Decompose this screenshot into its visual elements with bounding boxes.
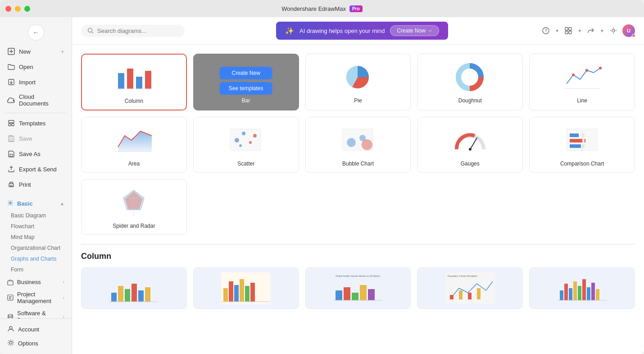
nav-item-business[interactable]: Business › — [4, 276, 68, 288]
notification-badge — [632, 34, 635, 37]
sidebar-bottom: Account Options — [0, 318, 72, 354]
svg-rect-112 — [368, 289, 375, 300]
svg-point-36 — [88, 28, 92, 32]
nav-item-software-db[interactable]: Software & Database › — [4, 307, 68, 318]
sidebar-item-label-export: Export & Send — [19, 166, 57, 173]
see-templates-button[interactable]: See templates — [220, 82, 272, 95]
settings-button[interactable] — [607, 24, 620, 37]
svg-rect-46 — [127, 69, 133, 89]
share-button[interactable] — [585, 24, 597, 37]
chart-label-spider: Spider and Radar — [113, 223, 155, 229]
svg-rect-5 — [9, 120, 14, 123]
nav-group-basic-label: Basic — [17, 200, 33, 207]
sidebar-top: ← New + Open — [0, 17, 72, 195]
ai-banner-text: AI drawing helps open your mind — [299, 28, 385, 34]
chevron-up-icon: ▲ — [60, 201, 64, 206]
svg-rect-42 — [565, 31, 568, 34]
minimize-button[interactable] — [15, 6, 21, 12]
gauges-thumb — [450, 124, 490, 156]
doughnut-thumb — [450, 61, 490, 93]
sidebar-item-save[interactable]: Save — [4, 131, 68, 146]
chart-card-bubble[interactable]: Bubble Chart — [305, 117, 411, 173]
sidebar-item-print[interactable]: Print — [4, 177, 68, 192]
sidebar-item-export[interactable]: Export & Send — [4, 162, 68, 176]
maximize-button[interactable] — [24, 6, 30, 12]
sidebar-item-open[interactable]: Open — [4, 60, 68, 74]
template-card-4[interactable]: Population Cluster Simulation — [417, 267, 523, 309]
nav-child-form[interactable]: Form — [7, 264, 68, 275]
svg-rect-45 — [118, 73, 124, 89]
sidebar-item-save-as[interactable]: Save As — [4, 147, 68, 161]
pie-thumb — [338, 61, 378, 93]
template-card-1[interactable] — [81, 267, 187, 309]
sidebar-item-options[interactable]: Options — [4, 336, 68, 350]
search-icon — [87, 28, 94, 34]
back-button[interactable]: ← — [28, 24, 44, 41]
chart-card-area[interactable]: Area — [81, 117, 187, 173]
template-thumb-1 — [82, 268, 186, 308]
template-card-3[interactable]: Global Healthy Snacks Market on Q3 Marke… — [305, 267, 411, 309]
layout-button[interactable] — [562, 24, 575, 37]
svg-point-57 — [585, 69, 588, 72]
sidebar-item-cloud[interactable]: Cloud Documents — [4, 90, 68, 110]
svg-rect-116 — [450, 295, 454, 299]
template-card-2[interactable] — [193, 267, 299, 309]
svg-rect-8 — [10, 139, 13, 141]
svg-rect-79 — [582, 144, 585, 148]
ai-create-button[interactable]: Create Now → — [390, 25, 439, 36]
gear-icon — [7, 339, 14, 348]
svg-point-70 — [362, 139, 372, 150]
chart-card-doughnut[interactable]: Doughnut — [417, 54, 523, 110]
chart-card-gauges[interactable]: Gauges — [417, 117, 523, 173]
svg-rect-13 — [10, 185, 13, 186]
bubble-thumb — [338, 124, 378, 156]
search-input[interactable] — [97, 28, 178, 34]
sidebar-item-templates[interactable]: Templates — [4, 116, 68, 130]
chart-card-line[interactable]: Line — [529, 54, 635, 110]
sidebar: ← New + Open — [0, 17, 72, 354]
nav-child-graphs-charts[interactable]: Graphs and Charts — [7, 253, 68, 264]
svg-rect-9 — [10, 136, 12, 137]
template-thumb-4: Population Cluster Simulation — [417, 268, 522, 308]
svg-rect-126 — [582, 279, 586, 300]
back-arrow-icon: ← — [33, 29, 39, 36]
chart-label-area: Area — [128, 161, 140, 167]
svg-rect-76 — [570, 144, 581, 148]
chart-card-scatter[interactable]: Scatter — [193, 117, 299, 173]
user-avatar[interactable]: U — [622, 24, 635, 37]
nav-child-mind-map[interactable]: Mind Map — [7, 232, 68, 243]
nav-group-basic-header[interactable]: Basic ▲ — [4, 197, 68, 210]
save-icon — [7, 134, 15, 143]
close-button[interactable] — [5, 6, 11, 12]
svg-rect-99 — [223, 288, 228, 302]
svg-point-56 — [572, 74, 575, 76]
help-button[interactable]: ? — [540, 24, 552, 37]
chart-label-comparison: Comparison Chart — [560, 161, 604, 167]
sidebar-item-account[interactable]: Account — [4, 322, 68, 336]
nav-child-flowchart[interactable]: Flowchart — [7, 221, 68, 232]
svg-rect-101 — [234, 285, 239, 302]
svg-rect-48 — [145, 71, 151, 89]
chart-card-bar[interactable]: Create New See templates Bar — [193, 54, 299, 110]
chart-card-spider[interactable]: Spider and Radar — [81, 179, 187, 235]
chart-card-comparison[interactable]: Comparison Chart — [529, 117, 635, 173]
sidebar-item-label-open: Open — [19, 64, 33, 70]
chart-card-pie[interactable]: Pie — [305, 54, 411, 110]
svg-rect-108 — [336, 290, 342, 300]
sidebar-item-label-save-as: Save As — [19, 151, 41, 157]
chart-card-column[interactable]: Column — [81, 54, 187, 110]
spider-thumb — [113, 187, 154, 218]
nav-item-project-mgmt[interactable]: Project Management › — [4, 288, 68, 307]
account-icon — [7, 325, 14, 334]
sidebar-item-import[interactable]: Import — [4, 75, 68, 89]
nav-child-basic-diagram[interactable]: Basic Diagram — [7, 210, 68, 221]
template-card-5[interactable] — [529, 267, 635, 309]
svg-rect-103 — [245, 286, 249, 302]
create-new-button[interactable]: Create New — [220, 67, 272, 79]
search-box[interactable] — [81, 25, 185, 37]
svg-point-64 — [249, 141, 252, 144]
area-thumb — [113, 124, 154, 156]
svg-text:Global Healthy Snacks Market o: Global Healthy Snacks Market on Q3 Marke… — [336, 275, 381, 277]
nav-child-org-chart[interactable]: Organizational Chart — [7, 243, 68, 253]
sidebar-item-new[interactable]: New + — [4, 44, 68, 59]
